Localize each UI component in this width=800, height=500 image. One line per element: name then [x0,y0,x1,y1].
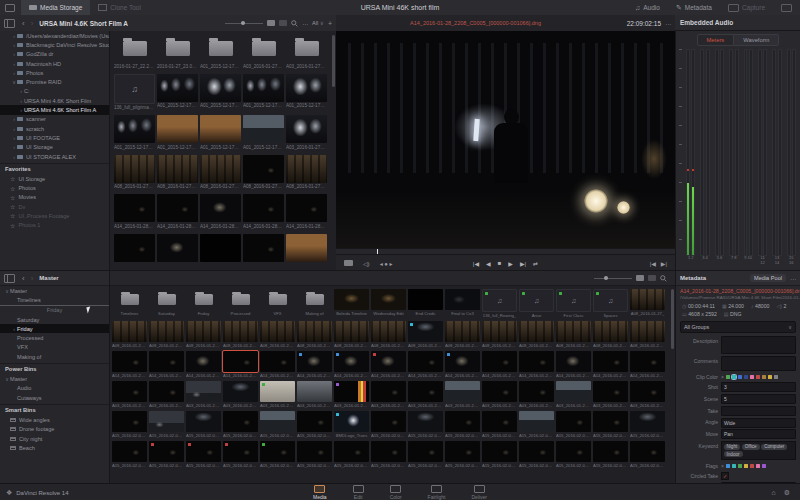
clip-thumb[interactable] [200,155,241,183]
media-pool-button[interactable]: Media Pool [750,274,786,282]
flag-swatch[interactable] [762,464,766,468]
clip-thumb[interactable] [630,381,665,402]
clip-thumb[interactable] [408,441,443,462]
clip-thumb[interactable] [243,155,284,183]
clip-thumb[interactable] [114,194,155,222]
video-preview[interactable] [336,31,675,248]
tree-item[interactable]: Wide angles [0,415,109,424]
tree-item[interactable]: ›UI Storage [0,143,109,152]
keyword-tag[interactable]: Indoor [724,451,743,457]
tree-item[interactable]: ☆Photos [0,183,109,192]
clip-thumb[interactable] [200,115,241,143]
shot-field[interactable]: 3 [721,382,796,392]
take-field[interactable] [721,406,796,416]
clip-thumb[interactable] [519,351,554,372]
clip-thumb[interactable] [556,381,591,402]
scene-field[interactable]: 5 [721,394,796,404]
toggle-sidebar-icon[interactable] [4,19,15,28]
flag-swatch[interactable] [726,464,730,468]
clip-thumb[interactable] [408,289,443,310]
tree-item[interactable]: ›URSA Mini 4.6K Short Film A [0,105,109,114]
clip-thumb[interactable] [334,441,369,462]
tree-item[interactable]: Saturday [0,315,109,324]
flag-swatch[interactable] [756,464,760,468]
clip-thumb[interactable] [593,411,628,432]
add-button[interactable]: + [328,20,332,27]
page-tab-edit[interactable]: Edit [347,484,370,500]
keyword-tag[interactable]: Computer [761,444,787,450]
clip-thumb[interactable] [556,351,591,372]
goto-out-button[interactable]: ▶| [661,260,667,267]
clip-thumb[interactable] [157,115,198,143]
clip-thumb[interactable] [223,321,258,342]
tree-item[interactable]: ☆Movies [0,193,109,202]
clip-thumb[interactable] [445,411,480,432]
clip-thumb[interactable] [482,411,517,432]
folder-thumb[interactable] [112,289,147,310]
clip-thumb[interactable] [334,321,369,342]
clip-thumb[interactable] [286,194,327,222]
clip-thumb[interactable] [556,321,591,342]
metadata-panel-button[interactable]: ✎ Metadata [668,0,720,15]
goto-in-button[interactable]: |◀ [650,260,656,267]
pool-list-view-icon[interactable] [648,275,656,281]
tree-item[interactable]: ›scratch [0,124,109,133]
media-storage-button[interactable]: Media Storage [21,0,90,15]
clip-thumb[interactable] [286,74,327,102]
audio-clip-thumb[interactable]: ♫ [519,289,554,312]
clip-thumb[interactable] [334,411,369,432]
thumb-size-slider[interactable] [225,23,263,24]
folder-thumb[interactable] [286,34,327,62]
clip-thumb[interactable] [630,411,665,432]
jog-control[interactable]: ◂ ● ▸ [380,260,393,267]
tree-item[interactable]: ›URSA Mini 4.6K Short Film [0,96,109,105]
clip-thumb[interactable] [519,381,554,402]
options-menu-icon[interactable]: ⋯ [302,20,308,27]
clip-thumb[interactable] [593,381,628,402]
tree-item[interactable]: Making of [0,352,109,361]
clip-thumb[interactable] [371,351,406,372]
tree-item[interactable]: ☆UI..Process Footage [0,211,109,220]
clip-thumb[interactable] [200,234,241,262]
loop-button[interactable]: ⇄ [533,260,538,267]
tree-item[interactable]: ›Blackmagic DaVinci Resolve Studio [0,40,109,49]
folder-thumb[interactable] [243,34,284,62]
metadata-groups-dropdown[interactable]: All Groups∨ [680,321,796,333]
tree-item[interactable]: Beach [0,443,109,452]
audio-tab-waveform[interactable]: Waveform [734,34,779,46]
toggle-bins-icon[interactable] [4,274,15,283]
clip-thumb[interactable] [297,351,332,372]
speaker-icon[interactable]: ◁) [363,260,370,267]
stop-button[interactable]: ■ [498,260,502,267]
tree-item[interactable]: ›C: [0,87,109,96]
grid-view-icon[interactable] [267,20,275,26]
flag-swatch[interactable] [732,464,736,468]
folder-thumb[interactable] [260,289,295,310]
clip-thumb[interactable] [157,194,198,222]
tree-item[interactable]: ∨Master [0,374,109,383]
no-color-option[interactable]: × [721,374,724,380]
browser-scrollbar[interactable] [332,35,335,87]
tree-item[interactable]: ›/Users/alexanderdiaz/Movies (Usage: 67%… [0,31,109,40]
clip-color-swatch[interactable] [774,375,778,379]
clip-thumb[interactable] [630,289,665,310]
clip-color-swatch[interactable] [738,375,742,379]
bins-forward-button[interactable]: › [28,274,37,283]
tree-item[interactable]: ›Photos [0,68,109,77]
clip-thumb[interactable] [630,321,665,342]
clip-thumb[interactable] [593,351,628,372]
clip-thumb[interactable] [223,351,258,372]
clip-thumb[interactable] [371,411,406,432]
audio-clip-thumb[interactable]: ♫ [593,289,628,312]
clip-thumb[interactable] [593,441,628,462]
monitor-button[interactable] [773,0,800,15]
pool-search-icon[interactable] [660,275,667,282]
tree-item[interactable]: ›scanner [0,115,109,124]
clip-color-swatch[interactable] [732,375,736,379]
clip-thumb[interactable] [149,321,184,342]
page-tab-color[interactable]: Color [384,484,408,500]
window-icon[interactable] [5,4,15,12]
clip-thumb[interactable] [445,289,480,310]
clip-color-swatch[interactable] [756,375,760,379]
clip-thumb[interactable] [297,441,332,462]
